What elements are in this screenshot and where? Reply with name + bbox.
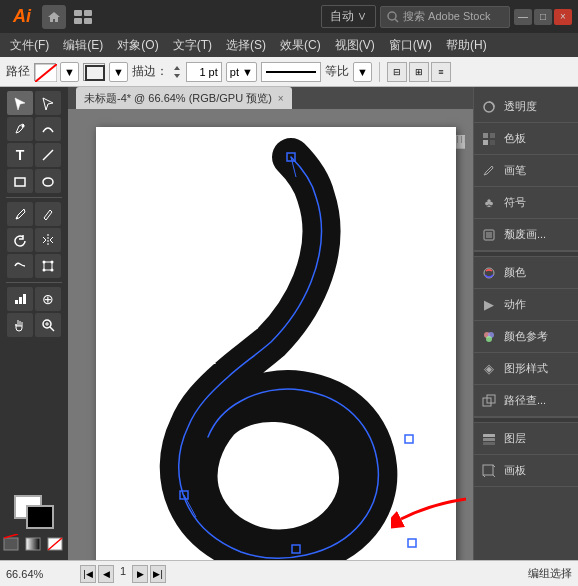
fill-mode-solid[interactable] <box>2 534 22 552</box>
panel-artboards[interactable]: 画板 <box>474 455 578 487</box>
panel-pathfinder[interactable]: 路径查... <box>474 385 578 417</box>
fill-swatch[interactable] <box>34 63 56 81</box>
svg-point-12 <box>43 178 53 186</box>
rotate-tool[interactable] <box>7 228 33 252</box>
svg-rect-44 <box>483 140 488 145</box>
menu-edit[interactable]: 编辑(E) <box>57 35 109 56</box>
menu-effect[interactable]: 效果(C) <box>274 35 327 56</box>
zoom-value: 66.64% <box>6 568 43 580</box>
tool-row-9 <box>7 313 61 337</box>
tab-bar: 未标题-4* @ 66.64% (RGB/GPU 预览) × <box>68 87 473 109</box>
svg-line-10 <box>43 150 53 160</box>
pen-tool[interactable] <box>7 117 33 141</box>
fill-mode-none[interactable] <box>46 534 66 552</box>
stroke-unit-dropdown[interactable]: pt ▼ <box>226 62 257 82</box>
panel-brushes[interactable]: 画笔 <box>474 155 578 187</box>
next-page-button[interactable]: ▶ <box>132 565 148 583</box>
symbol-tool[interactable]: ⊕ <box>35 287 61 311</box>
graphic-styles-label: 颓废画... <box>504 227 572 242</box>
auto-dropdown[interactable]: 自动 ∨ <box>321 5 376 28</box>
last-page-button[interactable]: ▶| <box>150 565 166 583</box>
graphic-styles-2-label: 图形样式 <box>504 361 572 376</box>
direct-select-tool[interactable] <box>35 91 61 115</box>
swatches-icon <box>480 130 498 148</box>
align-icon-2[interactable]: ⊞ <box>409 62 429 82</box>
first-page-button[interactable]: |◀ <box>80 565 96 583</box>
home-button[interactable] <box>42 5 66 29</box>
tab-close-button[interactable]: × <box>278 93 284 104</box>
minimize-button[interactable]: — <box>514 9 532 25</box>
artboards-icon <box>480 462 498 480</box>
panel-actions[interactable]: ▶ 动作 <box>474 289 578 321</box>
line-style-swatch[interactable] <box>261 62 321 82</box>
curvature-tool[interactable] <box>35 117 61 141</box>
panel-layers[interactable]: 图层 <box>474 423 578 455</box>
warp-tool[interactable] <box>7 254 33 278</box>
fill-mode-gradient[interactable] <box>24 534 44 552</box>
arrange-button[interactable] <box>70 5 98 29</box>
close-button[interactable]: × <box>554 9 572 25</box>
equal-dropdown[interactable]: ▼ <box>353 62 372 82</box>
svg-rect-15 <box>44 262 52 270</box>
menu-select[interactable]: 选择(S) <box>220 35 272 56</box>
search-box[interactable]: 搜索 Adobe Stock <box>380 6 510 28</box>
paintbrush-tool[interactable] <box>7 202 33 226</box>
panel-graphic-styles[interactable]: 颓废画... <box>474 219 578 251</box>
rect-tool[interactable] <box>7 169 33 193</box>
document-tab[interactable]: 未标题-4* @ 66.64% (RGB/GPU 预览) × <box>76 87 292 109</box>
svg-rect-3 <box>84 18 92 24</box>
art-canvas[interactable] <box>96 127 456 560</box>
ai-logo: Ai <box>6 6 38 27</box>
menu-window[interactable]: 窗口(W) <box>383 35 438 56</box>
svg-rect-22 <box>23 294 26 304</box>
panel-symbols[interactable]: ♣ 符号 <box>474 187 578 219</box>
panel-graphic-styles-2[interactable]: ◈ 图形样式 <box>474 353 578 385</box>
ellipse-tool[interactable] <box>35 169 61 193</box>
panel-color[interactable]: 颜色 <box>474 257 578 289</box>
panel-transparency[interactable]: 透明度 <box>474 91 578 123</box>
panel-swatches[interactable]: 色板 <box>474 123 578 155</box>
stroke-value-input[interactable] <box>186 62 222 82</box>
tool-row-6 <box>7 228 61 252</box>
svg-point-17 <box>51 261 54 264</box>
tool-separator-1 <box>6 197 62 198</box>
menu-file[interactable]: 文件(F) <box>4 35 55 56</box>
graph-tool[interactable] <box>7 287 33 311</box>
menu-text[interactable]: 文字(T) <box>167 35 218 56</box>
svg-line-5 <box>395 19 398 22</box>
zoom-tool[interactable] <box>35 313 61 337</box>
stroke-swatch[interactable] <box>83 63 105 81</box>
panel-color-guide[interactable]: 颜色参考 <box>474 321 578 353</box>
menu-help[interactable]: 帮助(H) <box>440 35 493 56</box>
svg-point-4 <box>388 12 396 20</box>
align-icon-3[interactable]: ≡ <box>431 62 451 82</box>
svg-rect-47 <box>486 232 492 238</box>
svg-point-51 <box>486 336 492 342</box>
menu-view[interactable]: 视图(V) <box>329 35 381 56</box>
fill-stroke-indicator[interactable] <box>14 495 54 531</box>
select-tool[interactable] <box>7 91 33 115</box>
pencil-tool[interactable] <box>35 202 61 226</box>
stroke-up-down[interactable] <box>172 65 182 79</box>
align-icon-1[interactable]: ⊟ <box>387 62 407 82</box>
free-transform-tool[interactable] <box>35 254 61 278</box>
page-number: 1 <box>116 565 130 583</box>
type-tool[interactable]: T <box>7 143 33 167</box>
page-navigation: |◀ ◀ 1 ▶ ▶| <box>80 565 166 583</box>
stroke-indicator <box>26 505 54 529</box>
hand-tool[interactable] <box>7 313 33 337</box>
reflect-tool[interactable] <box>35 228 61 252</box>
maximize-button[interactable]: □ <box>534 9 552 25</box>
line-tool[interactable] <box>35 143 61 167</box>
canvas-wrapper[interactable]: ||||||||||||||||||||||||||||||||||||||||… <box>68 109 473 560</box>
equal-label: 等比 <box>325 63 349 80</box>
menu-object[interactable]: 对象(O) <box>111 35 164 56</box>
stroke-dropdown[interactable]: ▼ <box>109 62 128 82</box>
layers-label: 图层 <box>504 431 572 446</box>
svg-line-24 <box>50 327 54 331</box>
svg-rect-2 <box>74 18 82 24</box>
tool-row-3: T <box>7 143 61 167</box>
fill-mode-icons <box>2 534 66 552</box>
prev-page-button[interactable]: ◀ <box>98 565 114 583</box>
fill-dropdown[interactable]: ▼ <box>60 62 79 82</box>
